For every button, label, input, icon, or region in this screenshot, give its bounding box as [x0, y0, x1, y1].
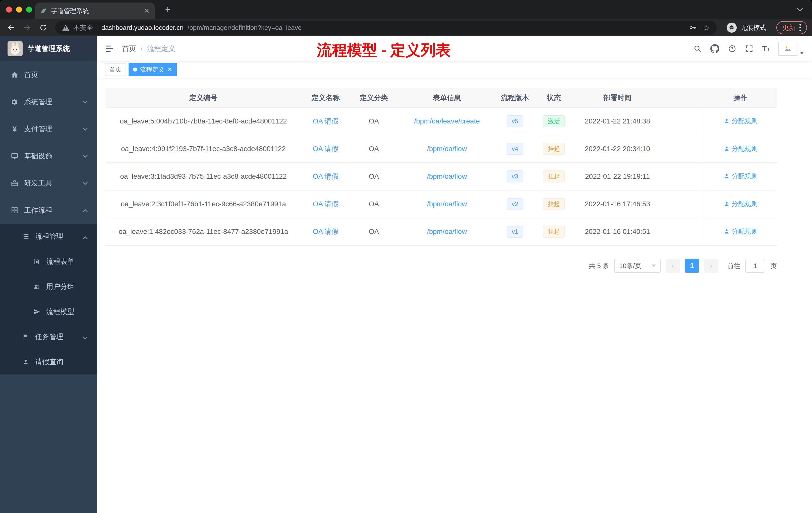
definition-name-link[interactable]: OA 请假 [313, 228, 339, 235]
help-icon[interactable]: ? [728, 44, 736, 53]
reload-button[interactable] [37, 22, 49, 34]
window-minimize-button[interactable] [16, 6, 22, 12]
sidebar-item-task-management[interactable]: 任务管理 [0, 324, 97, 350]
window-zoom-button[interactable] [26, 6, 32, 12]
sidebar-item-infrastructure[interactable]: 基础设施 [0, 143, 97, 170]
filler-cell [661, 163, 704, 190]
browser-tab[interactable]: 芋道管理系统 ✕ [35, 2, 155, 19]
table-row: oa_leave:2:3c1f0ef1-76b1-11ec-9c66-a2380… [106, 190, 777, 218]
table-header-row: 定义编号 定义名称 定义分类 表单信息 流程版本 状态 部署时间 操作 [106, 88, 777, 108]
definition-name-link[interactable]: OA 请假 [313, 145, 339, 153]
page-unit-label: 页 [770, 262, 777, 270]
page-size-select[interactable]: 10条/页 [614, 259, 661, 273]
sidebar-item-label: 支付管理 [24, 124, 52, 134]
breadcrumb-home[interactable]: 首页 [122, 44, 136, 54]
definition-id: oa_leave:3:1fad3d93-7b75-11ec-a3c8-acde4… [106, 163, 301, 190]
tab-search-chevron-icon[interactable] [797, 6, 803, 11]
page-annotation-title: 流程模型 - 定义列表 [317, 40, 451, 60]
definition-name-link[interactable]: OA 请假 [313, 117, 339, 125]
assign-rule-link[interactable]: 分配规则 [724, 227, 758, 236]
top-navbar: 首页 / 流程定义 流程模型 - 定义列表 ? [97, 36, 812, 61]
github-icon[interactable] [710, 44, 719, 53]
sidebar-logo[interactable]: 芋道管理系统 [0, 36, 97, 61]
next-page-button[interactable]: › [704, 259, 718, 273]
sidebar-menu: 首页 系统管理 ¥ 支付管理 基础设施 [0, 61, 97, 374]
deploy-time: 2022-01-16 01:40:51 [574, 218, 661, 245]
sidebar-item-label: 任务管理 [35, 332, 63, 341]
chevron-down-icon [83, 99, 88, 104]
person-icon [724, 201, 730, 207]
deploy-time: 2022-01-16 17:46:53 [574, 190, 661, 218]
navbar-actions: ? TT [693, 42, 804, 56]
password-key-icon[interactable] [689, 24, 697, 32]
tag-home[interactable]: 首页 [105, 63, 126, 76]
browser-update-button[interactable]: 更新 [776, 21, 807, 34]
assign-rule-link[interactable]: 分配规则 [724, 117, 758, 125]
table-row: oa_leave:5:004b710b-7b8a-11ec-8ef0-acde4… [106, 108, 777, 135]
version-tag: v1 [507, 225, 523, 238]
back-button[interactable] [5, 22, 17, 34]
tab-close-icon[interactable]: ✕ [144, 7, 150, 15]
prev-page-button[interactable]: ‹ [666, 259, 680, 273]
tag-close-icon[interactable]: ✕ [167, 66, 172, 72]
sidebar-item-leave-query[interactable]: 请假查询 [0, 350, 97, 374]
sidebar-item-workflow[interactable]: 工作流程 [0, 197, 97, 224]
form-link[interactable]: /bpm/oa/flow [427, 145, 467, 153]
toolbox-icon [10, 179, 19, 187]
bookmark-star-icon[interactable]: ☆ [703, 23, 709, 32]
url-path: /bpm/manager/definition?key=oa_leave [187, 24, 685, 32]
sidebar-item-label: 流程模型 [46, 307, 74, 316]
sidebar-item-process-model[interactable]: 流程模型 [0, 299, 97, 324]
definition-id: oa_leave:5:004b710b-7b8a-11ec-8ef0-acde4… [106, 108, 301, 135]
form-link[interactable]: /bpm/oa/flow [427, 200, 467, 208]
sidebar-item-process-management[interactable]: 流程管理 [0, 224, 97, 249]
window-close-button[interactable] [6, 6, 12, 12]
definition-name-link[interactable]: OA 请假 [313, 173, 339, 180]
form-link[interactable]: /bpm/oa/leave/create [414, 117, 480, 125]
page-content: 定义编号 定义名称 定义分类 表单信息 流程版本 状态 部署时间 操作 [97, 78, 812, 513]
page-jump-input[interactable] [745, 259, 765, 273]
page-number-button[interactable]: 1 [685, 259, 699, 273]
window-controls [6, 6, 32, 12]
url-domain: dashboard.yudao.iocoder.cn [102, 24, 183, 32]
status-tag: 挂起 [543, 171, 565, 182]
browser-menu-icon[interactable] [800, 24, 801, 31]
version-tag: v2 [507, 198, 523, 210]
sidebar-item-process-form[interactable]: 流程表单 [0, 249, 97, 274]
new-tab-button[interactable]: + [162, 3, 174, 16]
incognito-label: 无痕模式 [740, 23, 766, 32]
tag-process-definition[interactable]: 流程定义 ✕ [128, 63, 177, 76]
form-link[interactable]: /bpm/oa/flow [427, 173, 467, 180]
chevron-up-icon [83, 209, 88, 214]
assign-rule-link[interactable]: 分配规则 [724, 172, 758, 181]
address-bar[interactable]: 不安全 dashboard.yudao.iocoder.cn/bpm/manag… [55, 21, 717, 35]
security-label[interactable]: 不安全 [73, 23, 93, 32]
deploy-time: 2022-01-22 20:34:10 [574, 135, 661, 163]
hamburger-icon[interactable] [105, 44, 114, 53]
assign-rule-link[interactable]: 分配规则 [724, 144, 758, 153]
sidebar-item-user-group[interactable]: 用户分组 [0, 274, 97, 299]
form-link[interactable]: /bpm/oa/flow [427, 228, 467, 235]
chevron-down-icon [83, 126, 88, 131]
sidebar-item-home[interactable]: 首页 [0, 61, 97, 88]
document-icon [32, 258, 41, 265]
sidebar-item-label: 流程管理 [35, 232, 63, 241]
fullscreen-icon[interactable] [745, 44, 754, 53]
definition-name-link[interactable]: OA 请假 [313, 200, 339, 208]
font-size-icon[interactable]: TT [762, 44, 770, 53]
forward-button[interactable] [21, 22, 33, 34]
sidebar-item-payment[interactable]: ¥ 支付管理 [0, 116, 97, 143]
col-form-info: 表单信息 [398, 88, 496, 108]
assign-rule-link[interactable]: 分配规则 [724, 200, 758, 208]
sidebar-item-label: 用户分组 [46, 282, 74, 292]
sidebar-item-label: 流程表单 [46, 257, 74, 266]
incognito-badge: 无痕模式 [727, 23, 766, 33]
col-definition-id: 定义编号 [106, 88, 301, 108]
goto-label: 前往 [727, 262, 740, 270]
sidebar-item-system[interactable]: 系统管理 [0, 88, 97, 116]
category: OA [350, 218, 398, 245]
sidebar-item-devtools[interactable]: 研发工具 [0, 170, 97, 197]
user-avatar-menu[interactable] [778, 42, 804, 56]
search-icon[interactable] [693, 44, 702, 53]
sidebar-item-label: 工作流程 [24, 206, 52, 215]
